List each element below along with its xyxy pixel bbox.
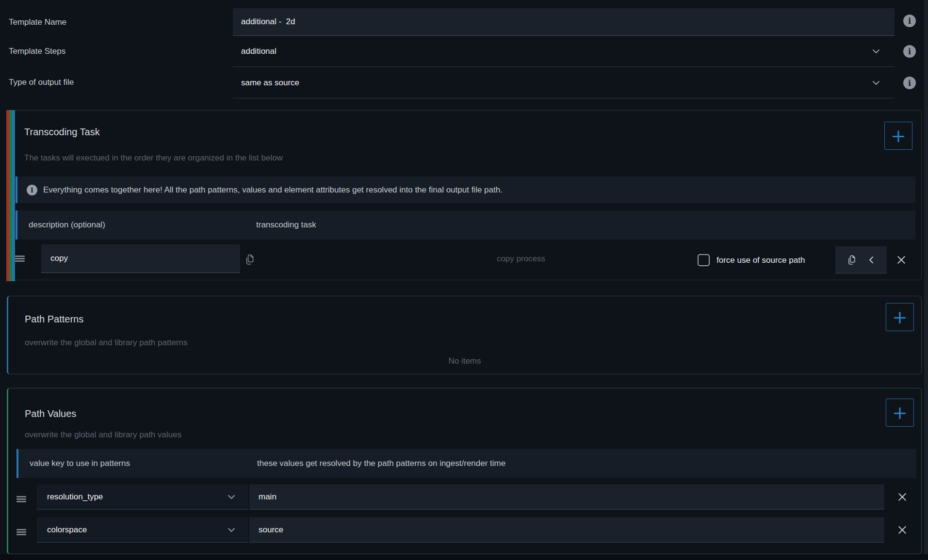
copy-task-icon[interactable] [243, 253, 256, 266]
add-path-value-button[interactable]: + [886, 399, 914, 427]
path-patterns-panel: Path Patterns + overwrite the global and… [7, 296, 922, 374]
force-source-path-checkbox[interactable] [698, 254, 710, 266]
path-value-row: resolution_type [8, 484, 923, 512]
chevron-down-icon [227, 525, 236, 535]
template-name-label: Template Name [9, 17, 66, 27]
page-bottom-edge [0, 554, 928, 560]
value-input[interactable] [249, 517, 884, 543]
no-items-label: No items [8, 356, 921, 366]
path-patterns-subtitle: overwrite the global and library path pa… [25, 338, 187, 348]
path-values-header: value key to use in patterns these value… [16, 449, 916, 478]
transcoding-template-editor: Template Name Template Steps additional … [0, 0, 928, 560]
chevron-down-icon [227, 492, 236, 502]
row-drag-handle[interactable] [16, 528, 26, 536]
chevron-down-icon [871, 47, 881, 56]
transcoding-info-banner: i Everything comes together here! All th… [16, 176, 915, 203]
add-transcoding-task-button[interactable]: + [884, 122, 912, 150]
value-key-select[interactable]: resolution_type [37, 484, 248, 510]
template-name-info-icon[interactable]: i [903, 15, 916, 27]
transcoding-panel-subtitle: The tasks will exectued in the order the… [24, 153, 283, 163]
remove-value-button[interactable] [897, 492, 908, 502]
add-path-pattern-button[interactable]: + [886, 303, 914, 331]
value-key-column-header: value key to use in patterns [30, 459, 130, 468]
template-steps-label: Template Steps [9, 47, 65, 56]
template-steps-info-icon[interactable]: i [903, 45, 916, 58]
path-values-title: Path Values [25, 407, 76, 420]
task-column-header: transcoding task [256, 220, 316, 230]
force-source-path-label: force use of source path [716, 255, 805, 266]
transcoding-panel-title: Transcoding Task [24, 126, 100, 138]
scrollbar[interactable] [924, 0, 928, 560]
value-column-header: these values get resolved by the path pa… [257, 459, 505, 468]
path-patterns-title: Path Patterns [25, 313, 83, 325]
template-steps-select[interactable]: additional [233, 36, 895, 67]
task-list-header: description (optional) transcoding task [16, 210, 915, 240]
description-column-header: description (optional) [29, 220, 105, 230]
row-drag-handle[interactable] [16, 495, 26, 503]
collapse-task-button[interactable] [867, 255, 877, 265]
output-file-type-value: same as source [241, 78, 299, 88]
output-file-type-label: Type of output file [9, 78, 74, 87]
chevron-down-icon [871, 78, 881, 88]
value-key: colorspace [47, 525, 87, 535]
banner-text: Everything comes together here! All the … [43, 185, 503, 195]
task-description-input[interactable] [41, 244, 240, 273]
task-drag-handle[interactable] [15, 255, 25, 263]
transcoding-task-panel: Transcoding Task + The tasks will exectu… [7, 110, 922, 280]
path-values-subtitle: overwrite the global and library path va… [25, 430, 181, 440]
path-values-panel: Path Values + overwrite the global and l… [7, 388, 922, 554]
task-process-input[interactable] [424, 251, 618, 267]
remove-task-button[interactable] [896, 255, 907, 265]
panel-color-stripes [6, 110, 15, 281]
path-value-row: colorspace [8, 517, 923, 545]
output-file-type-info-icon[interactable]: i [903, 77, 916, 89]
remove-value-button[interactable] [897, 525, 908, 535]
output-file-type-select[interactable]: same as source [233, 67, 895, 98]
template-steps-value: additional [241, 47, 277, 56]
task-actions-group [835, 246, 887, 273]
value-key-select[interactable]: colorspace [37, 517, 248, 543]
info-icon: i [27, 185, 37, 195]
duplicate-task-button[interactable] [846, 254, 857, 266]
value-key: resolution_type [47, 492, 103, 502]
value-input[interactable] [249, 484, 884, 510]
template-name-input[interactable] [233, 8, 895, 36]
